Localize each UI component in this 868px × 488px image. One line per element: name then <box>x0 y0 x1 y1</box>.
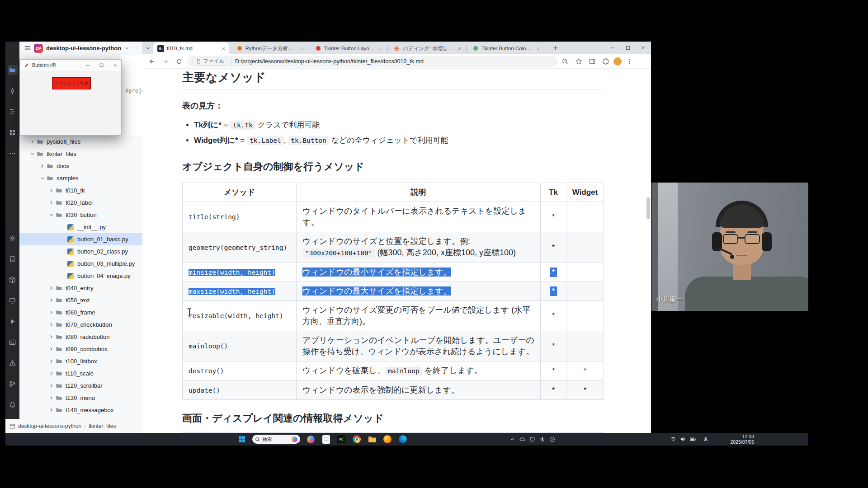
browser-tab-5[interactable]: Tkinter Button Color Padding <box>468 42 544 54</box>
forward-icon[interactable] <box>160 56 171 67</box>
tab-search-icon[interactable] <box>145 45 151 51</box>
cloud-icon[interactable] <box>519 436 525 442</box>
more-icon[interactable] <box>8 148 18 158</box>
tree-item-docs[interactable]: docs <box>19 160 142 172</box>
profile-avatar[interactable] <box>613 57 622 66</box>
browser-menu-icon[interactable] <box>623 56 635 67</box>
tree-item-button-01-basic-py[interactable]: button_01_basic.py <box>19 233 142 245</box>
tree-item-t120-scrollbar[interactable]: t120_scrollbar <box>19 380 142 392</box>
reload-icon[interactable] <box>173 56 185 67</box>
wifi-icon[interactable] <box>670 436 676 442</box>
back-icon[interactable] <box>146 56 158 67</box>
tk-minimize-button[interactable] <box>82 61 93 70</box>
tray-chevron-up-icon[interactable] <box>509 436 515 442</box>
notifications-icon[interactable] <box>8 399 18 409</box>
copilot-icon[interactable] <box>306 434 316 444</box>
chevron-right-icon <box>48 310 54 315</box>
explorer-icon[interactable] <box>367 434 377 444</box>
teams-icon[interactable] <box>559 436 565 442</box>
tab-close-icon[interactable] <box>535 45 541 52</box>
tk-window-titlebar[interactable]: Buttonの例 <box>20 60 121 71</box>
tree-item-t110-scale[interactable]: t110_scale <box>19 367 142 380</box>
tree-item-t080-radiobutton[interactable]: t080_radiobutton <box>19 331 142 343</box>
side-panel-icon[interactable] <box>586 56 598 67</box>
browser-minimize-button[interactable] <box>605 42 620 54</box>
structure-icon[interactable] <box>8 107 18 117</box>
firefox-icon[interactable] <box>382 434 392 444</box>
tk-demo-button[interactable]: クリックしてください <box>52 77 91 89</box>
folder-icon[interactable] <box>8 65 18 75</box>
tab-close-icon[interactable] <box>377 45 384 52</box>
gear-icon[interactable] <box>8 233 18 243</box>
tree-item-t090-combobox[interactable]: t090_combobox <box>19 343 142 355</box>
tree-item-samples[interactable]: samples <box>19 172 142 184</box>
tree-item-tkinter-files[interactable]: tkinter_files <box>19 148 142 160</box>
terminal-icon[interactable] <box>8 337 18 347</box>
scrollbar-thumb[interactable] <box>646 197 650 219</box>
tab-close-icon[interactable] <box>299 45 305 52</box>
presenter-eyebrow-right <box>747 231 757 233</box>
mic-icon[interactable] <box>539 436 545 442</box>
volume-icon[interactable] <box>680 436 686 442</box>
services-icon[interactable] <box>8 296 18 305</box>
edge-icon[interactable] <box>398 434 408 444</box>
vcs-icon[interactable] <box>8 379 18 389</box>
tree-item-t040-entry[interactable]: t040_entry <box>19 282 142 294</box>
tray-status-icons[interactable] <box>670 433 696 446</box>
x-circle-icon[interactable] <box>549 436 555 442</box>
pycharm-icon[interactable]: PC <box>336 434 346 444</box>
shield-icon[interactable] <box>529 436 535 442</box>
tree-item-pyside6-files[interactable]: pyside6_files <box>19 136 142 148</box>
extensions-puzzle-icon[interactable] <box>600 56 612 67</box>
tray-clock[interactable]: 12:33 2025/07/05 <box>720 433 754 446</box>
taskbar-search-box[interactable]: 検索 <box>252 435 300 444</box>
tree-item-t030-button[interactable]: t030_button <box>19 209 142 221</box>
tree-item-button-04-image-py[interactable]: button_04_image.py <box>19 270 142 282</box>
tree-item-t010-tk[interactable]: t010_tk <box>19 184 142 197</box>
start-button-icon[interactable] <box>237 434 247 444</box>
tab-close-icon[interactable] <box>456 45 462 52</box>
tk-maximize-button[interactable] <box>96 61 107 70</box>
browser-close-button[interactable] <box>636 42 651 54</box>
tree-item--init-py[interactable]: __init__.py <box>19 221 142 233</box>
browser-tab-4[interactable]: パディング: 水増しの語源 - Claude <box>389 42 465 54</box>
breadcrumb-project[interactable]: desktop-ui-lessons-python <box>18 423 81 429</box>
folder-icon <box>56 358 63 365</box>
browser-tab-2[interactable]: Pythonデータ分析ゼミ「デスクトップ <box>232 42 308 54</box>
tree-item-button-02-class-py[interactable]: button_02_class.py <box>19 245 142 258</box>
tab-close-icon[interactable] <box>220 45 226 52</box>
ime-indicator[interactable]: A <box>704 433 708 446</box>
tree-item-t060-frame[interactable]: t060_frame <box>19 306 142 319</box>
address-bar[interactable]: ファイル D:/projects/lessons/desktop-ui-less… <box>188 56 557 67</box>
ide-tool-strip <box>5 42 19 419</box>
tree-item-t070-checkbutton[interactable]: t070_checkbutton <box>19 319 142 331</box>
new-tab-button[interactable] <box>551 43 560 52</box>
bookmarks-icon[interactable] <box>8 254 18 264</box>
tab-title: Pythonデータ分析ゼミ「デスクトップ <box>245 45 296 52</box>
tree-item-button-03-multiple-py[interactable]: button_03_multiple.py <box>19 258 142 270</box>
breadcrumb-folder[interactable]: tkinter_files <box>89 423 116 429</box>
tree-item-t130-menu[interactable]: t130_menu <box>19 392 142 404</box>
browser-tab-3[interactable]: Tkinter Button Layout in Pytho <box>311 42 387 54</box>
chevron-spacer <box>60 261 66 267</box>
chrome-icon[interactable] <box>352 434 362 444</box>
browser-maximize-button[interactable] <box>620 42 636 54</box>
problems-icon[interactable] <box>8 358 18 368</box>
folder-icon <box>56 346 63 352</box>
project-name[interactable]: desktop-ui-lessons-python <box>46 45 121 52</box>
tree-item-t020-label[interactable]: t020_label <box>19 197 142 209</box>
tk-close-button[interactable] <box>109 61 120 70</box>
packages-icon[interactable] <box>8 275 18 285</box>
battery-icon[interactable] <box>690 436 696 442</box>
bookmark-star-icon[interactable] <box>573 56 585 67</box>
zoom-icon[interactable] <box>559 56 571 67</box>
notepad-icon[interactable] <box>321 434 331 444</box>
hamburger-menu-icon[interactable] <box>24 45 31 52</box>
tree-item-t140-messagebox[interactable]: t140_messagebox <box>19 404 142 416</box>
run-icon[interactable] <box>8 316 18 326</box>
plugins-icon[interactable] <box>8 127 18 137</box>
browser-tab-1[interactable]: M↓t010_tk.md <box>153 42 229 54</box>
tree-item-t050-text[interactable]: t050_text <box>19 294 142 306</box>
tree-item-t100-listbox[interactable]: t100_listbox <box>19 355 142 367</box>
commit-icon[interactable] <box>8 86 18 96</box>
